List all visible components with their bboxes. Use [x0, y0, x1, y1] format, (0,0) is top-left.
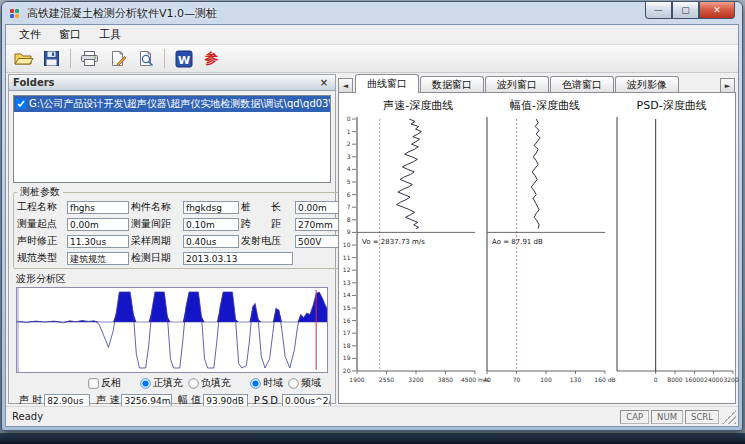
file-checkbox[interactable] [16, 99, 26, 109]
svg-text:W: W [177, 53, 189, 66]
test-date-field[interactable]: 2013.03.13 [183, 252, 293, 265]
save-button[interactable] [38, 47, 65, 71]
measure-step-field[interactable]: 0.10m [183, 218, 239, 231]
standard-type-field[interactable]: 建筑规范 [67, 252, 129, 265]
tab-scroll-left-icon[interactable]: ◄ [338, 78, 353, 93]
time-domain-radio[interactable] [250, 378, 260, 388]
tab-bar: ◄ 曲线窗口 数据窗口 波列窗口 色谱窗口 波列影像 ► [338, 74, 736, 93]
svg-text:3850: 3850 [438, 376, 453, 383]
export-button[interactable] [104, 47, 131, 71]
folders-panel: Folders × G:\公司产品设计开发\超声仪器\超声仪实地检测数据\调试\… [8, 74, 336, 404]
svg-text:2: 2 [347, 140, 351, 147]
svg-text:17: 17 [343, 329, 351, 336]
sound-time-field[interactable]: 82.90us [44, 394, 90, 407]
maximize-button[interactable]: ▢ [672, 2, 699, 19]
word-icon: W [175, 50, 193, 68]
tab-wavetrain-window[interactable]: 波列窗口 [485, 76, 549, 93]
param-label: 测量间距 [131, 217, 181, 231]
svg-text:12: 12 [343, 266, 351, 273]
amplitude-label: 幅 值 [178, 393, 201, 407]
folders-close-icon[interactable]: × [317, 77, 331, 88]
time-correction-field[interactable]: 11.30us [67, 235, 129, 248]
invert-option[interactable]: 反相 [87, 376, 121, 390]
invert-checkbox[interactable] [88, 378, 98, 388]
sound-speed-label: 声 速 [96, 393, 119, 407]
svg-text:1900: 1900 [349, 376, 364, 383]
tab-spectrum-window[interactable]: 色谱窗口 [550, 76, 614, 93]
titlebar[interactable]: 高铁建混凝土检测分析软件V1.0—测桩 — ▢ ✕ [2, 2, 742, 24]
svg-text:18: 18 [343, 342, 351, 349]
pile-params-legend: 测桩参数 [17, 185, 63, 199]
minimize-button[interactable]: — [645, 2, 672, 19]
param-label: 采样周期 [131, 234, 181, 248]
velocity-chart-title: 声速-深度曲线 [383, 98, 453, 113]
window-controls: — ▢ ✕ [645, 2, 735, 19]
readouts-row: 声 时 82.90us 声 速 3256.94m/s 幅 值 93.90dB P… [15, 393, 331, 407]
open-folder-icon [14, 51, 34, 67]
psd-field[interactable]: 0.00us^2/m [282, 394, 331, 407]
waveform-area-label: 波形分析区 [16, 272, 328, 286]
print-preview-button[interactable] [132, 47, 159, 71]
negative-fill-option[interactable]: 负填充 [187, 376, 231, 390]
page-magnifier-icon [137, 50, 155, 67]
caps-indicator: CAP [620, 410, 649, 424]
scroll-indicator: SCRL [685, 410, 719, 424]
open-file-button[interactable] [10, 47, 37, 71]
tab-curve-window[interactable]: 曲线窗口 [355, 74, 419, 93]
param-label: 检测日期 [131, 251, 181, 265]
menu-window[interactable]: 窗口 [50, 25, 90, 44]
amplitude-chart-title: 幅值-深度曲线 [510, 98, 580, 113]
word-report-button[interactable]: W [170, 47, 197, 71]
menubar: 文件 窗口 工具 [6, 25, 738, 45]
svg-text:15: 15 [343, 304, 351, 311]
param-label: 规范类型 [17, 251, 65, 265]
sound-time-label: 声 时 [19, 393, 42, 407]
component-name-field[interactable]: fhgkdsg [183, 201, 239, 214]
waveform-controls: 反相 正填充 负填充 [87, 376, 331, 390]
svg-text:14: 14 [343, 291, 351, 298]
folders-title: Folders [13, 77, 55, 88]
tab-scroll-right-icon[interactable]: ► [720, 78, 735, 93]
folders-caption[interactable]: Folders × [9, 75, 335, 91]
status-bar: Ready CAP NUM SCRL [6, 406, 738, 426]
time-domain-option[interactable]: 时域 [249, 376, 283, 390]
depth-curves-plot[interactable]: 0123456789101112131415161718192019002550… [341, 115, 739, 403]
amplitude-field[interactable]: 93.90dB [203, 394, 248, 407]
positive-fill-radio[interactable] [140, 378, 150, 388]
svg-text:1: 1 [347, 128, 351, 135]
svg-text:0: 0 [654, 376, 658, 383]
freq-domain-option[interactable]: 频域 [287, 376, 321, 390]
file-list-item[interactable]: G:\公司产品设计开发\超声仪器\超声仪实地检测数据\调试\qd\qd03\qd… [14, 96, 330, 112]
close-button[interactable]: ✕ [699, 2, 735, 19]
svg-text:16000: 16000 [685, 376, 704, 383]
svg-text:32000: 32000 [723, 376, 739, 383]
negative-fill-radio[interactable] [188, 378, 198, 388]
printer-icon [80, 50, 99, 67]
menu-file[interactable]: 文件 [10, 25, 50, 44]
waveform-box[interactable] [16, 287, 328, 373]
svg-text:19: 19 [343, 354, 351, 361]
positive-fill-option[interactable]: 正填充 [139, 376, 183, 390]
svg-text:11: 11 [343, 254, 351, 261]
file-list[interactable]: G:\公司产品设计开发\超声仪器\超声仪实地检测数据\调试\qd\qd03\qd… [13, 95, 331, 183]
svg-text:Ao = 87.91 dB: Ao = 87.91 dB [492, 238, 543, 246]
pile-params-group: 测桩参数 工程名称 fhghs 构件名称 fhgkdsg 桩 长 0.00m 测… [13, 185, 361, 269]
waveform-plot[interactable] [17, 288, 327, 372]
sample-period-field[interactable]: 0.40us [183, 235, 239, 248]
svg-text:7: 7 [347, 203, 351, 210]
freq-domain-radio[interactable] [288, 378, 298, 388]
sound-speed-field[interactable]: 3256.94m/s [121, 394, 172, 407]
svg-text:16: 16 [343, 317, 351, 324]
params-button[interactable]: 参 [198, 47, 225, 71]
status-text: Ready [12, 411, 43, 422]
chart-area[interactable]: 声速-深度曲线 幅值-深度曲线 PSD-深度曲线 012345678910111… [338, 92, 736, 404]
project-name-field[interactable]: fhghs [67, 201, 129, 214]
tab-data-window[interactable]: 数据窗口 [420, 76, 484, 93]
measure-start-field[interactable]: 0.00m [67, 218, 129, 231]
tab-wavetrain-image[interactable]: 波列影像 [615, 76, 679, 93]
page-pen-icon [109, 50, 127, 67]
menu-tools[interactable]: 工具 [90, 25, 130, 44]
print-button[interactable] [76, 47, 103, 71]
resize-grip[interactable] [722, 410, 736, 424]
num-indicator: NUM [651, 410, 683, 424]
